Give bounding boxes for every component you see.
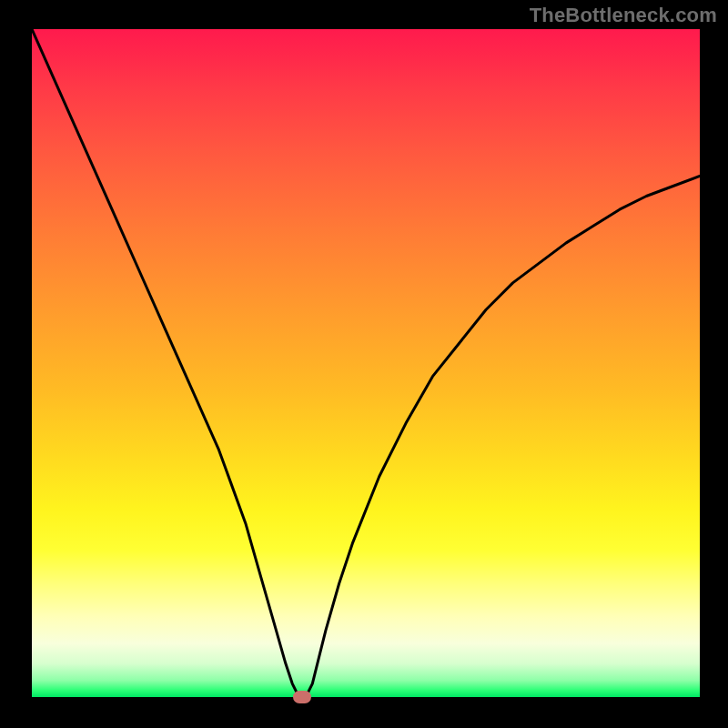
bottleneck-curve xyxy=(32,29,700,697)
optimal-point-marker xyxy=(293,691,311,703)
plot-area xyxy=(32,29,700,697)
chart-frame: TheBottleneck.com xyxy=(0,0,728,728)
watermark-text: TheBottleneck.com xyxy=(530,4,717,27)
